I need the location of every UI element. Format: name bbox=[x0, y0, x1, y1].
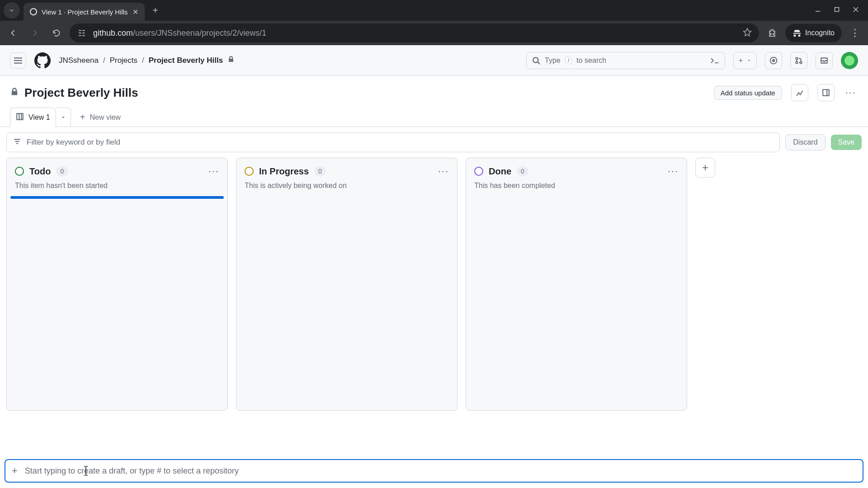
search-hint-suffix: to search bbox=[576, 56, 606, 65]
issues-button[interactable] bbox=[765, 52, 782, 69]
svg-rect-10 bbox=[14, 57, 22, 58]
plus-icon: + bbox=[80, 112, 85, 122]
page: JNSsheena / Projects / Project Beverly H… bbox=[0, 45, 868, 488]
column-description: This is actively being worked on bbox=[236, 180, 457, 196]
avatar[interactable] bbox=[841, 52, 858, 69]
discard-button[interactable]: Discard bbox=[785, 134, 825, 150]
create-new-menu[interactable]: + bbox=[733, 52, 757, 69]
column-menu-button[interactable]: ··· bbox=[438, 165, 449, 177]
window-controls bbox=[815, 6, 864, 14]
column-menu-button[interactable]: ··· bbox=[208, 165, 219, 177]
svg-rect-8 bbox=[79, 35, 81, 36]
incognito-label: Incognito bbox=[805, 29, 835, 37]
github-header: JNSsheena / Projects / Project Beverly H… bbox=[0, 45, 868, 76]
column-count: 0 bbox=[314, 166, 326, 176]
column-description: This item hasn't been started bbox=[7, 180, 227, 196]
tab-search-button[interactable] bbox=[4, 2, 20, 19]
new-tab-button[interactable]: + bbox=[148, 3, 163, 18]
incognito-icon bbox=[793, 28, 802, 38]
views-tabs: View 1 + New view bbox=[0, 101, 868, 127]
column-todo: Todo 0 ··· This item hasn't been started bbox=[6, 158, 228, 411]
inbox-button[interactable] bbox=[816, 52, 833, 69]
search-hint-prefix: Type bbox=[545, 56, 561, 65]
add-status-update-button[interactable]: Add status update bbox=[714, 86, 782, 100]
url-text: github.com/users/JNSsheena/projects/2/vi… bbox=[93, 28, 266, 38]
tab-favicon bbox=[30, 8, 37, 15]
status-circle-done bbox=[474, 167, 483, 176]
omnibox[interactable]: github.com/users/JNSsheena/projects/2/vi… bbox=[70, 23, 759, 42]
hamburger-menu[interactable] bbox=[10, 52, 26, 69]
column-count: 0 bbox=[517, 166, 528, 176]
back-button[interactable] bbox=[5, 24, 22, 42]
project-menu-button[interactable]: ··· bbox=[844, 84, 858, 101]
breadcrumb-project[interactable]: Project Beverly Hills bbox=[149, 56, 223, 65]
pull-requests-button[interactable] bbox=[790, 52, 807, 69]
filter-placeholder: Filter by keyword or by field bbox=[27, 138, 120, 147]
command-palette-icon[interactable] bbox=[710, 57, 719, 64]
breadcrumb-sep: / bbox=[103, 56, 105, 65]
svg-point-18 bbox=[796, 57, 798, 60]
status-circle-progress bbox=[245, 167, 254, 176]
incognito-chip[interactable]: Incognito bbox=[785, 24, 842, 42]
browser-chrome: View 1 · Project Beverly Hills ✕ + githu… bbox=[0, 0, 868, 45]
svg-rect-5 bbox=[82, 30, 85, 31]
project-details-button[interactable] bbox=[817, 84, 835, 101]
column-header: In Progress 0 ··· bbox=[236, 158, 457, 180]
column-done: Done 0 ··· This has been completed bbox=[466, 158, 687, 411]
svg-rect-1 bbox=[835, 8, 839, 12]
filter-input[interactable]: Filter by keyword or by field bbox=[6, 132, 780, 152]
tab-strip: View 1 · Project Beverly Hills ✕ + bbox=[0, 0, 868, 21]
svg-point-17 bbox=[773, 59, 775, 61]
github-logo[interactable] bbox=[34, 52, 51, 69]
lock-icon bbox=[10, 87, 19, 98]
column-count: 0 bbox=[56, 166, 68, 176]
bookmark-icon[interactable] bbox=[743, 28, 752, 39]
breadcrumb-projects[interactable]: Projects bbox=[110, 56, 137, 65]
svg-rect-9 bbox=[82, 35, 85, 36]
svg-rect-21 bbox=[823, 89, 829, 96]
plus-icon: + bbox=[739, 56, 743, 65]
extensions-icon[interactable] bbox=[764, 24, 781, 42]
site-settings-icon[interactable] bbox=[77, 28, 87, 38]
column-in-progress: In Progress 0 ··· This is actively being… bbox=[236, 158, 458, 411]
minimize-icon[interactable] bbox=[815, 6, 821, 14]
filter-row: Filter by keyword or by field Discard Sa… bbox=[0, 127, 868, 158]
project-title: Project Beverly Hills bbox=[24, 86, 138, 100]
tab-title: View 1 · Project Beverly Hills bbox=[42, 8, 128, 16]
view-tab-active[interactable]: View 1 bbox=[10, 108, 56, 127]
add-item-input[interactable] bbox=[25, 466, 856, 476]
view-tab-options[interactable] bbox=[56, 108, 71, 127]
new-view-button[interactable]: + New view bbox=[73, 108, 128, 127]
add-item-bar[interactable]: + bbox=[5, 459, 863, 483]
add-column-button[interactable]: + bbox=[695, 158, 715, 178]
breadcrumb: JNSsheena / Projects / Project Beverly H… bbox=[59, 56, 235, 65]
svg-rect-12 bbox=[14, 62, 22, 63]
column-menu-button[interactable]: ··· bbox=[668, 165, 679, 177]
browser-tab-active[interactable]: View 1 · Project Beverly Hills ✕ bbox=[24, 3, 145, 21]
svg-point-19 bbox=[796, 61, 798, 64]
view-tab-label: View 1 bbox=[28, 113, 50, 122]
maximize-icon[interactable] bbox=[834, 6, 840, 14]
breadcrumb-sep: / bbox=[142, 56, 144, 65]
board-icon bbox=[16, 113, 24, 122]
reload-button[interactable] bbox=[48, 24, 65, 42]
forward-button[interactable] bbox=[26, 24, 43, 42]
insights-button[interactable] bbox=[791, 84, 808, 101]
chevron-down-icon bbox=[747, 58, 751, 63]
svg-line-14 bbox=[538, 62, 540, 64]
svg-rect-7 bbox=[82, 33, 85, 33]
breadcrumb-user[interactable]: JNSsheena bbox=[59, 56, 99, 65]
browser-menu-button[interactable]: ⋮ bbox=[846, 24, 863, 42]
svg-rect-4 bbox=[79, 30, 81, 31]
column-description: This has been completed bbox=[466, 180, 687, 196]
global-search[interactable]: Type / to search bbox=[526, 52, 725, 69]
svg-point-20 bbox=[800, 61, 802, 64]
close-window-icon[interactable] bbox=[853, 6, 859, 14]
svg-point-13 bbox=[533, 57, 538, 62]
column-title: In Progress bbox=[259, 166, 309, 177]
filter-icon bbox=[13, 137, 21, 148]
tab-close-icon[interactable]: ✕ bbox=[132, 8, 138, 16]
search-hint-key: / bbox=[565, 56, 572, 64]
save-button[interactable]: Save bbox=[831, 135, 862, 150]
board: Todo 0 ··· This item hasn't been started… bbox=[0, 158, 868, 411]
